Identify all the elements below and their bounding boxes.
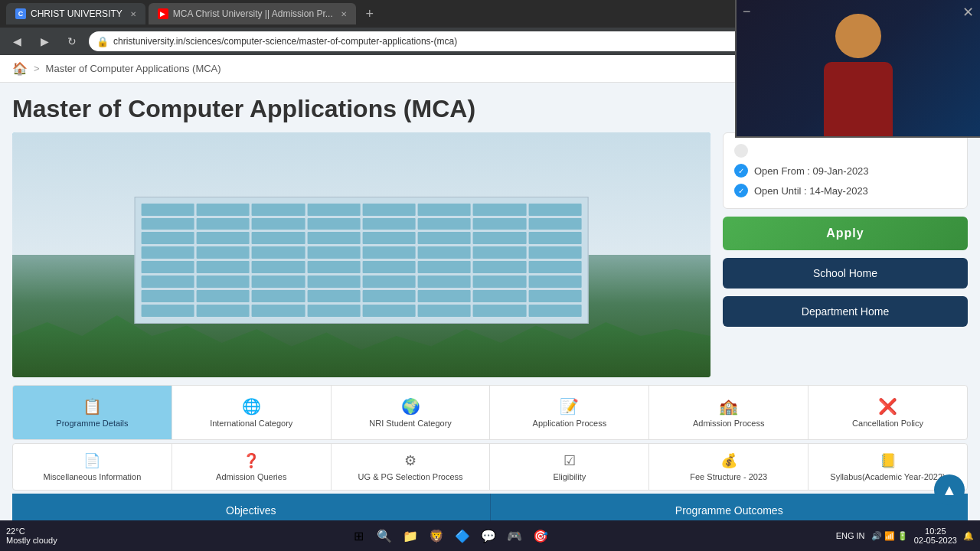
programme-outcomes-label: Programme Outcomes — [675, 504, 783, 517]
person-head — [835, 14, 881, 58]
open-until-row: ✓ Open Until : 14-May-2023 — [734, 184, 956, 197]
building-image — [12, 132, 710, 377]
dates-box: ✓ Open From : 09-Jan-2023 ✓ Open Until :… — [723, 132, 968, 209]
open-from-text: Open From : 09-Jan-2023 — [754, 165, 869, 177]
secondary-tabs-row: 📄 Miscellaneous Information ❓ Admission … — [12, 443, 968, 491]
taskbar-time: 10:25 02-05-2023 — [914, 527, 957, 545]
home-icon[interactable]: 🏠 — [12, 61, 28, 76]
open-until-check: ✓ — [734, 184, 748, 197]
admission-process-icon: 🏫 — [719, 397, 738, 416]
application-process-icon: 📝 — [560, 397, 579, 416]
tab-fee-label: Fee Structure - 2023 — [690, 472, 767, 481]
person-body — [824, 62, 893, 136]
department-home-button[interactable]: Department Home — [723, 296, 968, 327]
tab-application-label: Application Process — [533, 419, 607, 428]
nri-category-icon: 🌍 — [401, 397, 420, 416]
tab-mca[interactable]: ▶ MCA Christ University || Admission Pr.… — [149, 3, 356, 24]
back-button[interactable]: ◀ — [6, 31, 28, 52]
cancellation-policy-icon: ❌ — [878, 397, 897, 416]
taskbar-vscode-button[interactable]: 🔷 — [452, 525, 473, 546]
tab-favicon-1: C — [15, 8, 26, 19]
fee-structure-icon: 💰 — [720, 452, 737, 469]
tab-international-category[interactable]: 🌐 International Category — [172, 386, 332, 439]
tab-fee-structure[interactable]: 💰 Fee Structure - 2023 — [649, 444, 808, 490]
miscellaneous-icon: 📄 — [83, 452, 100, 469]
time-display: 10:25 — [925, 527, 946, 536]
check-only-row — [734, 144, 956, 158]
taskbar-discord-button[interactable]: 💬 — [478, 525, 499, 546]
page-container: Master of Computer Applications (MCA) — [0, 83, 980, 548]
ug-pg-icon: ⚙ — [404, 452, 416, 469]
tab-application-process[interactable]: 📝 Application Process — [490, 386, 649, 439]
tab-programme-details-label: Programme Details — [56, 419, 128, 428]
taskbar-icons-sys: 🔊 📶 🔋 — [871, 531, 908, 541]
tab-cancellation-policy[interactable]: ❌ Cancellation Policy — [808, 386, 967, 439]
tab-admission-queries-label: Admission Queries — [216, 472, 286, 481]
webcam-overlay: ✕ − — [735, 0, 980, 138]
tab-eligibility[interactable]: ☑ Eligibility — [490, 444, 649, 490]
taskbar-item6[interactable]: 🎮 — [504, 525, 525, 546]
taskbar-lang: ENG IN — [836, 531, 865, 540]
open-until-text: Open Until : 14-May-2023 — [754, 185, 868, 197]
admission-queries-icon: ❓ — [243, 452, 260, 469]
eligibility-icon: ☑ — [564, 452, 576, 469]
tab-label-2: MCA Christ University || Admission Pr... — [173, 8, 333, 19]
building-structure — [135, 197, 589, 324]
objectives-label: Objectives — [226, 504, 276, 517]
school-home-button[interactable]: School Home — [723, 258, 968, 289]
tab-syllabus-label: Syllabus(Academic Year-2022) — [830, 472, 945, 481]
tab-admission-label: Admission Process — [693, 419, 765, 428]
taskbar-files-button[interactable]: 📁 — [400, 525, 421, 546]
taskbar-weather: 22°C Mostly cloudy — [6, 527, 57, 545]
info-panel: ✓ Open From : 09-Jan-2023 ✓ Open Until :… — [723, 132, 968, 377]
open-from-check: ✓ — [734, 164, 748, 178]
person-figure — [737, 14, 980, 136]
taskbar-right: ENG IN 🔊 📶 🔋 10:25 02-05-2023 🔔 — [836, 527, 974, 545]
scroll-top-button[interactable]: ▲ — [934, 474, 965, 505]
taskbar-search-button[interactable]: 🔍 — [374, 525, 395, 546]
syllabus-icon: 📒 — [880, 452, 897, 469]
tab-ug-pg-selection[interactable]: ⚙ UG & PG Selection Process — [332, 444, 491, 490]
tab-miscellaneous[interactable]: 📄 Miscellaneous Information — [13, 444, 172, 490]
tab-christ-university[interactable]: C CHRIST UNIVERSITY ✕ — [6, 3, 145, 24]
tab-admission-process[interactable]: 🏫 Admission Process — [649, 386, 808, 439]
tab-ug-pg-label: UG & PG Selection Process — [358, 472, 463, 481]
content-row: ✓ Open From : 09-Jan-2023 ✓ Open Until :… — [12, 132, 968, 377]
tab-nri-student-category[interactable]: 🌍 NRI Student Category — [332, 386, 491, 439]
tab-admission-queries[interactable]: ❓ Admission Queries — [172, 444, 332, 490]
taskbar-item7[interactable]: 🎯 — [530, 525, 551, 546]
forward-button[interactable]: ▶ — [34, 31, 55, 52]
building-windows — [136, 197, 588, 323]
check-placeholder — [734, 144, 748, 158]
breadcrumb-label: Master of Computer Applications (MCA) — [46, 63, 221, 74]
tab-label-1: CHRIST UNIVERSITY — [31, 8, 122, 19]
taskbar-brave-button[interactable]: 🦁 — [426, 525, 447, 546]
taskbar-start-button[interactable]: ⊞ — [348, 525, 369, 546]
weather-condition: Mostly cloudy — [6, 536, 57, 545]
weather-temp: 22°C — [6, 527, 57, 536]
webcam-minimize[interactable]: − — [743, 4, 751, 20]
taskbar: 22°C Mostly cloudy ⊞ 🔍 📁 🦁 🔷 💬 🎮 🎯 ENG I… — [0, 520, 980, 551]
tab-miscellaneous-label: Miscellaneous Information — [44, 472, 142, 481]
tab-international-label: International Category — [210, 419, 292, 428]
reload-button[interactable]: ↻ — [61, 31, 83, 52]
tab-programme-details[interactable]: 📋 Programme Details — [13, 386, 172, 439]
webcam-close[interactable]: ✕ — [962, 4, 974, 21]
tab-favicon-2: ▶ — [158, 8, 168, 19]
tab-nri-label: NRI Student Category — [369, 419, 452, 428]
tab-close-1[interactable]: ✕ — [130, 10, 136, 18]
taskbar-icons: ⊞ 🔍 📁 🦁 🔷 💬 🎮 🎯 — [348, 525, 551, 546]
main-tabs-row: 📋 Programme Details 🌐 International Cate… — [12, 385, 968, 440]
new-tab-button[interactable]: + — [359, 3, 381, 24]
open-from-row: ✓ Open From : 09-Jan-2023 — [734, 164, 956, 178]
programme-details-icon: 📋 — [83, 397, 102, 416]
tab-cancellation-label: Cancellation Policy — [852, 419, 923, 428]
lock-icon: 🔒 — [96, 36, 109, 47]
taskbar-notification[interactable]: 🔔 — [963, 531, 974, 541]
breadcrumb-separator: > — [34, 63, 40, 74]
tab-eligibility-label: Eligibility — [554, 472, 586, 481]
tab-close-2[interactable]: ✕ — [341, 10, 347, 18]
webcam-person: ✕ − — [737, 0, 980, 136]
apply-button[interactable]: Apply — [723, 217, 968, 250]
international-category-icon: 🌐 — [242, 397, 261, 416]
